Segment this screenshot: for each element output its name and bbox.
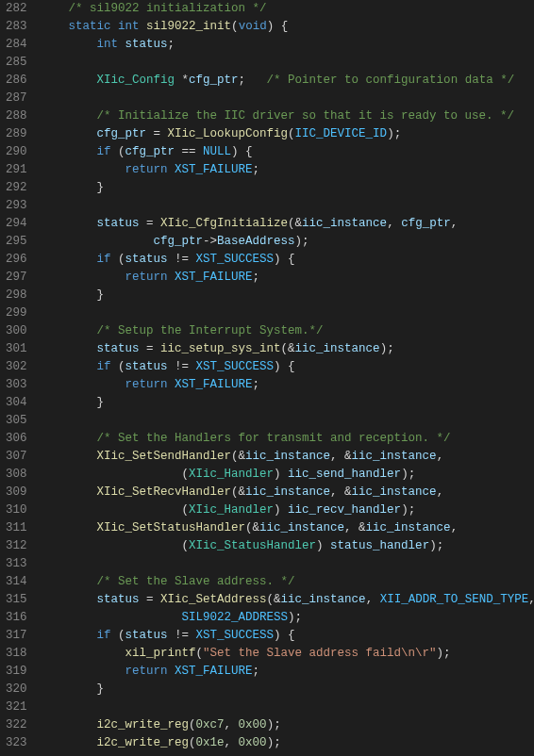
code-token: status <box>125 38 168 51</box>
code-token: (& <box>281 342 295 355</box>
code-token: ( <box>288 127 295 140</box>
code-token: status_handler <box>330 539 429 552</box>
code-line[interactable]: int status; <box>41 36 534 54</box>
code-token: XIic_Handler <box>189 503 274 517</box>
code-line[interactable]: status = XIic_SetAddress(&iic_instance, … <box>41 591 534 609</box>
code-line[interactable]: } <box>41 681 534 698</box>
code-token: XIic_SetAddress <box>160 593 267 606</box>
code-line[interactable]: status = XIic_CfgInitialize(&iic_instanc… <box>41 215 534 233</box>
code-token: } <box>97 288 105 302</box>
code-line[interactable]: (XIic_Handler) iic_recv_handler); <box>41 501 534 519</box>
code-line[interactable] <box>41 412 534 430</box>
code-token: iic_instance <box>302 217 387 230</box>
code-token: IIC_DEVICE_ID <box>295 127 388 140</box>
line-number: 304 <box>6 394 27 412</box>
code-token: } <box>97 181 105 194</box>
code-token: return <box>125 665 168 678</box>
line-number: 318 <box>6 645 27 663</box>
line-number: 303 <box>6 376 27 394</box>
code-token: return <box>125 271 168 284</box>
line-number: 283 <box>6 18 27 36</box>
code-line[interactable]: } <box>41 394 534 412</box>
code-token: XIic_Config <box>97 74 175 87</box>
code-token: , <box>451 217 459 230</box>
code-token: BaseAddress <box>217 235 295 248</box>
code-line[interactable]: return XST_FAILURE; <box>41 663 534 681</box>
code-line[interactable]: i2c_write_reg(0xc7, 0x00); <box>41 716 534 734</box>
code-token: cfg_ptr <box>189 74 239 87</box>
code-line[interactable]: static int sil9022_init(void) { <box>41 18 534 36</box>
code-token: int <box>118 20 140 33</box>
code-line[interactable]: /* sil9022 initialization */ <box>41 0 534 18</box>
code-token: , <box>528 593 534 606</box>
line-number: 305 <box>6 412 27 430</box>
line-number: 298 <box>6 287 27 304</box>
code-editor[interactable]: 2822832842852862872882892902912922932942… <box>0 0 534 756</box>
code-line[interactable]: xil_printf("Set the Slave address faild\… <box>41 645 534 663</box>
code-token: 0x1e <box>196 736 225 749</box>
code-line[interactable]: } <box>41 179 534 197</box>
code-token: /* sil9022 initialization */ <box>69 2 267 15</box>
code-token: ; <box>253 378 260 391</box>
code-line[interactable] <box>41 555 534 573</box>
code-line[interactable]: cfg_ptr->BaseAddress); <box>41 233 534 251</box>
code-token: iic_instance <box>366 521 451 534</box>
code-token: XST_FAILURE <box>175 163 253 176</box>
code-line[interactable] <box>41 197 534 215</box>
code-token: iic_instance <box>245 485 330 499</box>
code-token: , & <box>344 521 366 534</box>
line-number: 284 <box>6 36 27 54</box>
code-line[interactable]: XIic_Config *cfg_ptr; /* Pointer to conf… <box>41 72 534 90</box>
code-line[interactable] <box>41 304 534 322</box>
line-number: 306 <box>6 430 27 448</box>
code-area[interactable]: /* sil9022 initialization */ static int … <box>41 0 534 756</box>
line-number: 317 <box>6 627 27 645</box>
code-line[interactable]: if (cfg_ptr == NULL) { <box>41 143 534 161</box>
code-line[interactable]: SIL9022_ADDRESS); <box>41 609 534 627</box>
code-line[interactable]: /* Setup the Interrupt System.*/ <box>41 322 534 340</box>
code-line[interactable]: status = iic_setup_sys_int(&iic_instance… <box>41 340 534 358</box>
code-token: XST_FAILURE <box>175 665 253 678</box>
code-token: = <box>140 342 161 355</box>
code-line[interactable]: i2c_write_reg(0x1e, 0x00); <box>41 734 534 752</box>
code-token <box>168 163 175 176</box>
code-line[interactable]: (XIic_Handler) iic_send_handler); <box>41 466 534 484</box>
code-token: (& <box>267 593 281 606</box>
code-token: iic_instance <box>352 450 437 463</box>
code-line[interactable] <box>41 90 534 107</box>
code-line[interactable]: /* Set the Handlers for transmit and rec… <box>41 430 534 448</box>
code-token: ); <box>267 736 281 749</box>
code-line[interactable]: XIic_SetSendHandler(&iic_instance, &iic_… <box>41 448 534 466</box>
code-line[interactable]: return XST_FAILURE; <box>41 161 534 179</box>
code-line[interactable]: cfg_ptr = XIic_LookupConfig(IIC_DEVICE_I… <box>41 125 534 143</box>
code-token: = <box>140 217 161 230</box>
code-token: /* Set the Slave address. */ <box>97 575 295 588</box>
code-line[interactable]: if (status != XST_SUCCESS) { <box>41 251 534 269</box>
code-token: 0x00 <box>239 718 267 731</box>
code-token: != <box>168 253 196 266</box>
code-token: iic_send_handler <box>288 468 401 481</box>
code-line[interactable]: (XIic_StatusHandler) status_handler); <box>41 537 534 555</box>
code-line[interactable]: return XST_FAILURE; <box>41 376 534 394</box>
line-number-gutter: 2822832842852862872882892902912922932942… <box>0 0 41 756</box>
code-line[interactable]: /* Set the Slave address. */ <box>41 573 534 591</box>
code-line[interactable]: if (status != XST_SUCCESS) { <box>41 627 534 645</box>
code-token: ); <box>387 127 401 140</box>
line-number: 291 <box>6 161 27 179</box>
code-token: SIL9022_ADDRESS <box>182 611 289 624</box>
code-line[interactable]: XIic_SetStatusHandler(&iic_instance, &ii… <box>41 519 534 537</box>
code-token: XST_FAILURE <box>175 378 253 391</box>
code-token: /* Set the Handlers for transmit and rec… <box>97 432 451 445</box>
code-line[interactable]: } <box>41 287 534 304</box>
code-token: XST_SUCCESS <box>196 253 275 266</box>
code-line[interactable] <box>41 54 534 72</box>
code-token: -> <box>203 235 217 248</box>
code-line[interactable] <box>41 698 534 716</box>
code-token: XIic_SetStatusHandler <box>97 521 246 534</box>
code-token: sil9022_init <box>146 20 231 33</box>
code-line[interactable]: /* Initialize the IIC driver so that it … <box>41 107 534 125</box>
code-line[interactable]: if (status != XST_SUCCESS) { <box>41 358 534 376</box>
code-line[interactable]: return XST_FAILURE; <box>41 269 534 287</box>
line-number: 309 <box>6 484 27 501</box>
code-line[interactable]: XIic_SetRecvHandler(&iic_instance, &iic_… <box>41 484 534 501</box>
